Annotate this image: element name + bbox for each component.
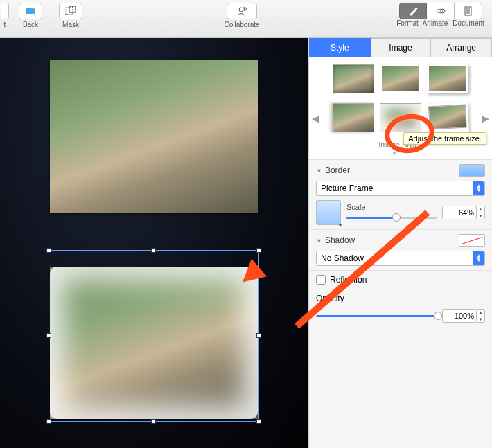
animate-tab[interactable] — [427, 3, 455, 19]
back-label: Back — [23, 21, 38, 28]
shadow-section: ▼Shadow No Shadow ▲▼ — [309, 230, 492, 271]
reflection-checkbox[interactable] — [316, 275, 326, 285]
border-color-swatch[interactable] — [459, 164, 485, 177]
scale-slider[interactable] — [346, 213, 437, 222]
svg-point-4 — [239, 8, 243, 12]
mask-button[interactable]: Mask — [51, 3, 90, 29]
styles-prev[interactable]: ◀ — [312, 113, 319, 124]
opacity-label: Opacity — [316, 294, 485, 303]
scale-label: Scale — [346, 203, 437, 211]
animate-icon — [435, 6, 446, 17]
opacity-value-input[interactable]: 100% — [442, 309, 477, 323]
format-tab-label: Format — [394, 19, 421, 27]
toolbar: t Back Mask Collaborate — [0, 0, 492, 38]
shadow-type-select[interactable]: No Shadow ▲▼ — [316, 251, 485, 266]
document-tab[interactable] — [455, 3, 482, 19]
back-icon — [25, 6, 36, 17]
resize-handle-s[interactable] — [151, 419, 156, 424]
opacity-section: Opacity 100% ▲▼ — [309, 289, 492, 327]
resize-handle-se[interactable] — [256, 419, 261, 424]
scale-value-input[interactable]: 64% — [442, 206, 477, 219]
styles-next[interactable]: ▶ — [482, 113, 489, 124]
resize-handle-ne[interactable] — [256, 248, 261, 253]
reflection-label: Reflection — [330, 275, 367, 285]
document-tab-label: Document — [449, 19, 488, 27]
stepper-up-icon: ▲ — [477, 310, 484, 316]
border-type-value: Picture Frame — [321, 183, 373, 193]
style-thumb-3[interactable] — [427, 64, 468, 93]
stepper-down-icon: ▼ — [477, 213, 484, 219]
back-button[interactable]: Back — [11, 3, 50, 29]
select-caret-icon: ▲▼ — [473, 251, 484, 265]
resize-handle-e[interactable] — [256, 333, 261, 338]
resize-handle-n[interactable] — [151, 248, 156, 253]
mask-icon — [65, 6, 76, 17]
style-thumb-2[interactable] — [380, 64, 421, 93]
format-tab[interactable] — [399, 3, 427, 19]
scale-stepper[interactable]: ▲▼ — [477, 206, 485, 219]
stepper-up-icon: ▲ — [477, 206, 484, 213]
mask-label: Mask — [62, 21, 79, 28]
inspector-panel: Style Image Arrange ◀ ▶ Image Styles ● ○… — [308, 38, 492, 448]
resize-handle-nw[interactable] — [46, 248, 51, 253]
border-section: ▼Border Picture Frame ▲▼ ▾ Scale 64% — [309, 160, 492, 230]
canvas[interactable] — [0, 38, 308, 448]
style-thumb-4[interactable] — [333, 103, 374, 132]
style-thumb-1[interactable] — [333, 64, 374, 93]
shadow-title: Shadow — [325, 235, 355, 245]
panel-tab-image[interactable]: Image — [371, 38, 432, 57]
panel-tab-arrange[interactable]: Arrange — [431, 38, 492, 57]
select-caret-icon: ▲▼ — [473, 181, 484, 195]
resize-handle-w[interactable] — [46, 333, 51, 338]
shadow-type-value: No Shadow — [321, 253, 364, 263]
resize-handle-sw[interactable] — [46, 419, 51, 424]
toolbar-truncated-button[interactable]: t — [0, 3, 10, 29]
selection-box[interactable] — [49, 250, 259, 422]
opacity-slider[interactable] — [316, 311, 438, 321]
document-icon — [463, 6, 474, 17]
border-disclosure[interactable]: ▼ — [316, 168, 322, 174]
collaborate-icon — [236, 6, 247, 17]
chevron-down-icon: ▾ — [339, 222, 342, 229]
scale-tooltip: Adjust the frame size. — [403, 132, 486, 145]
styles-page-dots[interactable]: ● ○ — [315, 149, 486, 156]
border-type-select[interactable]: Picture Frame ▲▼ — [316, 181, 485, 196]
border-title: Border — [325, 165, 350, 175]
panel-tab-style[interactable]: Style — [309, 38, 371, 57]
animate-tab-label: Animate — [421, 19, 449, 27]
svg-rect-0 — [26, 8, 33, 14]
shadow-color-swatch[interactable] — [459, 234, 485, 247]
reflection-section: Reflection — [309, 271, 492, 289]
canvas-image-1[interactable] — [50, 60, 258, 213]
shadow-disclosure[interactable]: ▼ — [316, 238, 322, 244]
collaborate-button[interactable]: Collaborate — [218, 3, 266, 28]
stepper-down-icon: ▼ — [477, 316, 484, 323]
frame-preview-swatch[interactable]: ▾ — [316, 200, 341, 225]
collaborate-label: Collaborate — [224, 21, 259, 28]
format-icon — [407, 6, 419, 17]
opacity-stepper[interactable]: ▲▼ — [477, 309, 485, 323]
style-thumb-5[interactable] — [380, 103, 421, 132]
